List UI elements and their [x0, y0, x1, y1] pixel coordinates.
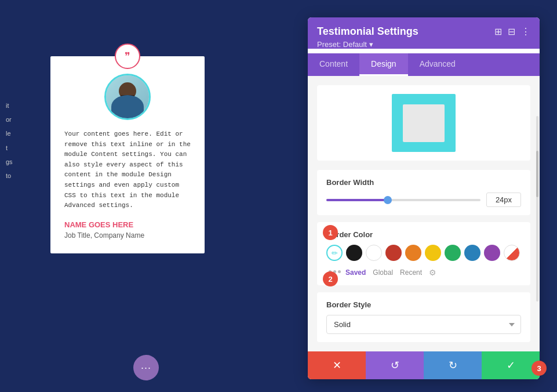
save-icon: ✓: [507, 359, 515, 372]
avatar: [104, 74, 151, 120]
scrollbar-thumb[interactable]: [536, 151, 538, 197]
more-options-button[interactable]: ···: [133, 355, 159, 380]
quote-icon: ❞: [115, 43, 140, 69]
border-style-label: Border Style: [326, 300, 521, 309]
eyedropper-icon: ✏: [332, 249, 338, 257]
color-tab-recent[interactable]: Recent: [400, 268, 422, 277]
slider-row: [326, 193, 521, 207]
undo-button[interactable]: ↺: [366, 351, 424, 379]
scrollbar-track: [536, 116, 538, 302]
swatch-yellow[interactable]: [425, 245, 441, 261]
redo-icon: ↻: [449, 359, 457, 372]
panel-footer: ✕ ↺ ↻ ✓: [308, 351, 540, 379]
swatch-custom[interactable]: [504, 245, 520, 261]
collapse-icon[interactable]: ⊟: [508, 26, 515, 37]
panel-header: Testimonial Settings ⊞ ⊟ ⋮ Preset: Defau…: [308, 17, 540, 49]
color-settings-icon[interactable]: ⚙: [429, 268, 436, 277]
border-color-label: Border Color: [326, 230, 521, 239]
undo-icon: ↺: [391, 359, 399, 372]
cancel-button[interactable]: ✕: [308, 351, 366, 379]
color-tab-saved[interactable]: Saved: [345, 268, 366, 277]
preview-inner-square: [403, 104, 445, 142]
testimonial-body: Your content goes here. Edit or remove t…: [64, 129, 191, 211]
swatch-white[interactable]: [366, 245, 382, 261]
swatch-purple[interactable]: [484, 245, 500, 261]
testimonial-name: NAME GOES HERE: [64, 220, 191, 229]
testimonial-job-title: Job Title, Company Name: [64, 231, 191, 239]
border-width-section: Border Width: [317, 170, 530, 215]
swatch-green[interactable]: [445, 245, 461, 261]
tab-advanced[interactable]: Advanced: [408, 53, 467, 76]
swatch-red[interactable]: [385, 245, 402, 261]
left-partial-text: it or le t gs to: [6, 99, 46, 183]
border-style-select[interactable]: Solid Dashed Dotted Double None: [326, 315, 521, 334]
swatch-blue[interactable]: [464, 245, 480, 261]
preset-label: Preset: Default: [317, 40, 367, 49]
border-style-section: Border Style Solid Dashed Dotted Double …: [317, 292, 530, 342]
panel-tabs: Content Design Advanced: [308, 53, 540, 76]
border-width-label: Border Width: [326, 178, 521, 187]
slider-thumb: [384, 196, 392, 204]
settings-panel: Testimonial Settings ⊞ ⊟ ⋮ Preset: Defau…: [308, 17, 540, 379]
border-color-section: Border Color ✏: [317, 222, 530, 285]
slider-fill: [326, 199, 388, 201]
color-tabs-row: Saved Global Recent ⚙: [341, 268, 436, 277]
panel-body: Border Width Border Color ✏: [308, 76, 540, 351]
preset-arrow-icon: ▾: [369, 40, 373, 49]
tab-design[interactable]: Design: [359, 53, 408, 76]
preview-box: [317, 85, 530, 161]
three-dots-icon: ···: [141, 362, 151, 374]
swatch-black[interactable]: [346, 245, 362, 261]
badge-1: 1: [323, 225, 338, 240]
panel-title: Testimonial Settings: [317, 26, 418, 38]
more-icon[interactable]: ⋮: [521, 26, 530, 37]
testimonial-card: ❞ Your content goes here. Edit or remove…: [49, 55, 206, 255]
eyedropper-swatch[interactable]: ✏: [326, 245, 343, 261]
border-width-input[interactable]: [486, 193, 521, 207]
badge-2: 2: [323, 271, 338, 286]
panel-header-icons: ⊞ ⊟ ⋮: [494, 26, 530, 37]
redo-button[interactable]: ↻: [424, 351, 482, 379]
swatch-orange[interactable]: [405, 245, 421, 261]
badge-3: 3: [531, 361, 547, 376]
expand-icon[interactable]: ⊞: [494, 26, 502, 37]
preview-teal-box: [392, 94, 456, 152]
tab-content[interactable]: Content: [308, 53, 359, 76]
cancel-icon: ✕: [333, 359, 341, 372]
border-width-slider[interactable]: [326, 199, 480, 201]
save-button[interactable]: ✓: [482, 351, 540, 379]
color-swatches: ✏: [326, 245, 521, 261]
preset-row[interactable]: Preset: Default ▾: [317, 40, 530, 49]
color-tab-global[interactable]: Global: [373, 268, 393, 277]
